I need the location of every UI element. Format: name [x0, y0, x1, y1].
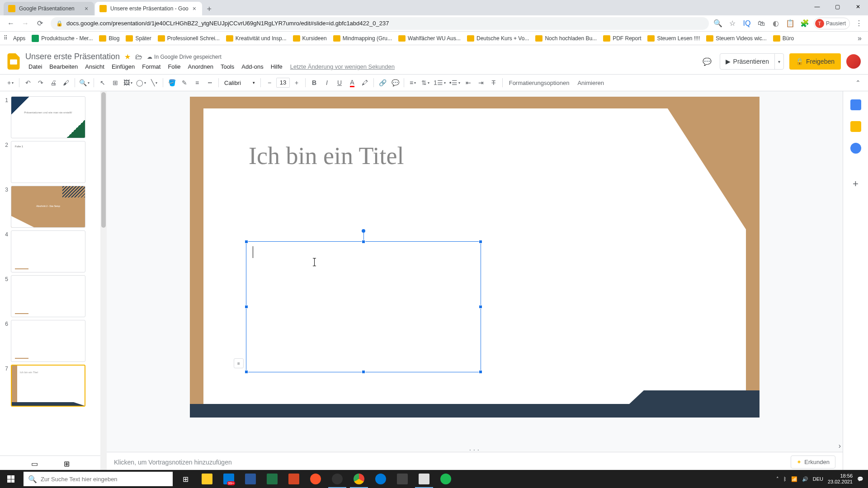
bluetooth-icon[interactable]: ᛒ	[783, 476, 787, 482]
notepad-icon[interactable]	[413, 470, 435, 488]
extensions-button[interactable]: 🧩	[799, 18, 810, 29]
bookmark-folder[interactable]: Steuern Lesen !!!!	[647, 35, 700, 42]
extension-icon[interactable]: IQ	[741, 18, 752, 29]
grid-view-icon[interactable]: ⊞	[64, 460, 70, 468]
word-icon[interactable]	[240, 470, 261, 488]
wifi-icon[interactable]: 📶	[791, 476, 797, 482]
volume-icon[interactable]: 🔊	[802, 476, 808, 482]
selected-textbox[interactable]: ≡	[246, 241, 481, 372]
slide-thumbnail-5[interactable]	[11, 275, 85, 317]
url-box[interactable]: 🔒 docs.google.com/presentation/d/1je40CL…	[51, 17, 709, 30]
font-size-input[interactable]: 13	[276, 78, 290, 88]
resize-handle-tl[interactable]	[245, 240, 248, 244]
italic-button[interactable]: I	[321, 77, 333, 89]
edge-icon[interactable]	[370, 470, 392, 488]
resize-handle-bm[interactable]	[362, 370, 365, 374]
menu-addons[interactable]: Add-ons	[238, 62, 266, 71]
bold-button[interactable]: B	[308, 77, 320, 89]
obs-icon[interactable]	[326, 470, 348, 488]
app-icon[interactable]	[392, 470, 413, 488]
menu-file[interactable]: Datei	[25, 62, 45, 71]
border-weight-button[interactable]: ≡	[191, 77, 203, 89]
bookmark-folder[interactable]: Kreativität und Insp...	[226, 35, 287, 42]
menu-button[interactable]: ⋮	[854, 18, 864, 29]
edge-legacy-icon[interactable]: 99+	[218, 470, 240, 488]
new-tab-button[interactable]: +	[203, 3, 216, 15]
search-input[interactable]	[41, 476, 168, 483]
bookmark-folder[interactable]: Später	[126, 35, 151, 42]
decrease-indent-button[interactable]: ⇤	[462, 77, 474, 89]
tasks-icon[interactable]	[850, 143, 861, 154]
save-status[interactable]: ☁ In Google Drive gespeichert	[147, 54, 222, 60]
slide-thumbnail-3[interactable]: Abschnitt 2 - Das Setup	[11, 186, 85, 228]
bulleted-list-button[interactable]: •☰	[448, 77, 462, 89]
fill-color-button[interactable]: 🪣	[166, 77, 178, 89]
underline-button[interactable]: U	[334, 77, 345, 89]
font-size-increase[interactable]: +	[291, 77, 302, 89]
increase-indent-button[interactable]: ⇥	[475, 77, 487, 89]
calendar-icon[interactable]	[850, 99, 861, 110]
chrome-icon[interactable]	[348, 470, 370, 488]
taskbar-search[interactable]: 🔍	[24, 472, 173, 486]
slides-logo-icon[interactable]	[5, 53, 22, 70]
bookmark-folder[interactable]: Wahlfächer WU Aus...	[398, 35, 461, 42]
canvas-viewport[interactable]: Ich bin ein Titel ≡	[107, 91, 843, 447]
forward-button[interactable]: →	[19, 17, 32, 30]
doc-title[interactable]: Unsere erste Präsentation	[25, 52, 120, 61]
select-tool[interactable]: ↖	[97, 77, 108, 89]
menu-insert[interactable]: Einfügen	[108, 62, 138, 71]
textbox-tool[interactable]: ⊞	[109, 77, 121, 89]
menu-slide[interactable]: Folie	[165, 62, 184, 71]
bookmark-folder[interactable]: Professionell Schrei...	[158, 35, 220, 42]
bookmark-item[interactable]: Produktsuche - Mer...	[32, 35, 93, 42]
tray-clock[interactable]: 18:56 23.02.2021	[828, 473, 853, 485]
explore-button[interactable]: ✦Erkunden	[791, 455, 835, 469]
slide-thumbnail-6[interactable]	[11, 320, 85, 362]
close-icon[interactable]: ×	[83, 5, 90, 12]
resize-handle-tr[interactable]	[479, 240, 482, 244]
tray-expand-icon[interactable]: ˄	[776, 476, 779, 482]
menu-tools[interactable]: Tools	[217, 62, 237, 71]
slide[interactable]: Ich bin ein Titel ≡	[190, 97, 760, 418]
close-icon[interactable]: ×	[191, 5, 198, 12]
bookmarks-overflow-button[interactable]: »	[855, 34, 864, 42]
clear-formatting-button[interactable]: T	[488, 77, 500, 89]
bookmark-apps[interactable]: ⠿Apps	[4, 35, 25, 42]
zoom-icon[interactable]: 🔍	[712, 18, 723, 29]
paint-format-button[interactable]: 🖌	[60, 77, 72, 89]
autofit-button[interactable]: ≡	[234, 358, 244, 368]
image-tool[interactable]: 🖼	[122, 77, 134, 89]
border-color-button[interactable]: ✎	[179, 77, 190, 89]
present-button[interactable]: ▶Präsentieren ▾	[720, 53, 784, 70]
menu-edit[interactable]: Bearbeiten	[46, 62, 81, 71]
keep-icon[interactable]	[850, 121, 861, 132]
link-button[interactable]: 🔗	[377, 77, 388, 89]
menu-view[interactable]: Ansicht	[82, 62, 108, 71]
task-view-button[interactable]: ⊞	[175, 470, 196, 488]
bookmark-folder[interactable]: Deutsche Kurs + Vo...	[467, 35, 529, 42]
bookmark-folder[interactable]: PDF Report	[603, 35, 641, 42]
resize-handle-lm[interactable]	[245, 305, 248, 309]
move-icon[interactable]: 🗁	[135, 53, 142, 61]
notifications-icon[interactable]: 💬	[857, 476, 863, 482]
thumbnail-scrollbar[interactable]	[100, 91, 107, 472]
rotate-handle[interactable]	[362, 229, 365, 233]
last-change-link[interactable]: Letzte Änderung vor wenigen Sekunden	[287, 62, 398, 71]
animate-button[interactable]: Animieren	[574, 80, 608, 86]
bookmark-folder[interactable]: Büro	[773, 35, 794, 42]
bookmark-folder[interactable]: Mindmapping (Gru...	[333, 35, 392, 42]
format-options-button[interactable]: Formatierungsoptionen	[505, 80, 573, 86]
new-slide-button[interactable]: +	[5, 77, 16, 89]
back-button[interactable]: ←	[5, 17, 17, 30]
border-dash-button[interactable]: ┅	[204, 77, 216, 89]
bookmark-folder[interactable]: Steuern Videos wic...	[706, 35, 767, 42]
extension-icon[interactable]: ◐	[770, 18, 781, 29]
line-tool[interactable]: ╲	[148, 77, 160, 89]
menu-arrange[interactable]: Anordnen	[185, 62, 217, 71]
minimize-button[interactable]: —	[807, 0, 827, 14]
user-avatar[interactable]	[846, 54, 861, 69]
present-dropdown[interactable]: ▾	[774, 54, 783, 69]
extension-icon[interactable]: 📋	[785, 18, 796, 29]
text-color-button[interactable]: A	[346, 77, 358, 89]
align-button[interactable]: ≡	[407, 77, 419, 89]
